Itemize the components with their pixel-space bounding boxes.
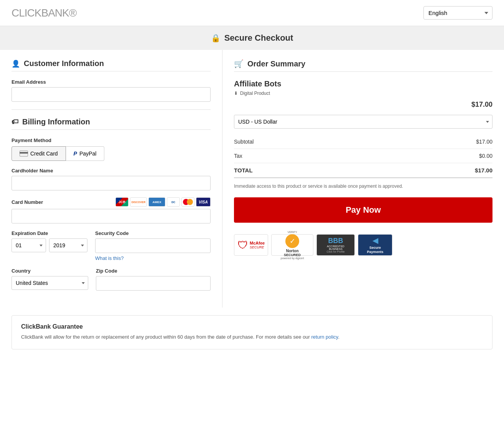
norton-secured-text: Norton: [286, 249, 299, 253]
product-type-label: Digital Product: [240, 91, 270, 96]
paypal-icon: P: [74, 151, 77, 157]
secure-pay-icon: ◀: [372, 236, 378, 245]
cardholder-name-input[interactable]: [12, 176, 211, 190]
zip-code-group: Zip Code: [96, 268, 211, 291]
tax-label: Tax: [234, 153, 242, 159]
guarantee-section: ClickBank Guarantee ClickBank will allow…: [12, 315, 492, 349]
subtotal-value: $17.00: [476, 139, 492, 145]
bbb-inner: BBB ACCREDITED BUSINESS Click for Profil…: [327, 237, 345, 253]
cart-icon: 🛒: [234, 59, 244, 68]
secure-payments-text: SecurePayments: [367, 246, 384, 254]
billing-section-title: Billing Information: [22, 117, 90, 126]
payment-method-label: Payment Method: [12, 137, 211, 143]
norton-checkmark-icon: ✓: [285, 234, 299, 248]
mcafee-badge: 🛡 McAfee SECURE: [234, 234, 268, 256]
guarantee-text-end: .: [338, 334, 339, 340]
card-number-label: Card Number: [12, 199, 43, 205]
logo-click: CLICK: [12, 7, 41, 19]
customer-section-title: Customer Information: [24, 59, 104, 68]
norton-inner: VERIFY ✓ Norton SECURED powered by digic…: [281, 231, 304, 260]
visa-icon: VISA: [196, 197, 211, 207]
subtotal-label: Subtotal: [234, 139, 254, 145]
mcafee-shield-icon: 🛡: [237, 239, 248, 251]
email-field-group: Email Address: [12, 79, 211, 102]
cardholder-name-label: Cardholder Name: [12, 168, 211, 174]
mcafee-bottom-text: SECURE: [250, 245, 265, 249]
payment-methods-container: Credit Card P PayPal: [12, 146, 211, 161]
country-label: Country: [12, 268, 88, 274]
credit-card-button[interactable]: Credit Card: [12, 146, 66, 161]
bbb-click-text: Click for Profile: [327, 250, 345, 253]
billing-section-header: 🏷 Billing Information: [12, 117, 211, 130]
card-number-input[interactable]: [12, 209, 211, 223]
expiration-label: Expiration Date: [12, 230, 87, 236]
norton-digicert-text: powered by digicert: [281, 257, 304, 260]
email-input[interactable]: [12, 87, 211, 102]
paypal-label: PayPal: [79, 151, 96, 157]
norton-secured-label: SECURED: [284, 253, 301, 257]
tax-value: $0.00: [479, 153, 492, 159]
security-code-group: Security Code What is this?: [95, 230, 211, 261]
main-content: 👤 Customer Information Email Address 🏷 B…: [0, 50, 504, 308]
clickbank-logo: CLICKBANK®: [12, 7, 76, 19]
guarantee-text: ClickBank will allow for the return or r…: [21, 333, 483, 341]
secure-banner-title: Secure Checkout: [224, 33, 293, 43]
return-policy-link[interactable]: return policy: [311, 334, 338, 340]
lock-icon: 🔒: [211, 33, 221, 43]
paypal-button[interactable]: P PayPal: [66, 146, 105, 161]
order-summary-header: 🛒 Order Summary: [234, 59, 492, 72]
logo-bank: BANK®: [41, 7, 76, 19]
cardholder-name-group: Cardholder Name: [12, 168, 211, 190]
mastercard-icon: [181, 197, 194, 207]
payment-method-group: Payment Method Credit Card P PayPal: [12, 137, 211, 161]
diners-icon: DC: [167, 197, 180, 207]
secure-pay-inner: ◀ SecurePayments: [367, 236, 384, 254]
expiry-selects: 01 02 03 04 05 06 07 08 09 10 11 12: [12, 238, 87, 252]
product-title: Affiliate Bots: [234, 79, 492, 88]
product-price: $17.00: [234, 101, 492, 109]
bbb-accredited-text: ACCREDITED: [327, 245, 344, 248]
section-divider: [12, 109, 211, 110]
header: CLICKBANK® English Spanish French: [0, 0, 504, 26]
right-column: 🛒 Order Summary Affiliate Bots ⬇ Digital…: [222, 50, 504, 308]
subtotal-row: Subtotal $17.00: [234, 135, 492, 149]
card-number-row: Card Number JCB DISCOVER AMEX DC: [12, 197, 211, 207]
billing-icon: 🏷: [12, 118, 18, 126]
what-is-this-link[interactable]: What is this?: [95, 255, 211, 261]
left-column: 👤 Customer Information Email Address 🏷 B…: [0, 50, 222, 308]
security-code-input[interactable]: [95, 238, 211, 253]
country-zip-row: Country United States Canada United King…: [12, 268, 211, 291]
expiry-year-select[interactable]: 2019 2020 2021 2022 2023 2024 2025: [49, 238, 87, 252]
total-label: TOTAL: [234, 167, 253, 174]
download-icon: ⬇: [234, 91, 238, 96]
zip-code-input[interactable]: [96, 276, 211, 291]
secure-payments-badge: ◀ SecurePayments: [358, 234, 392, 256]
language-select[interactable]: English Spanish French: [423, 6, 492, 20]
total-row: TOTAL $17.00: [234, 163, 492, 178]
expiry-security-row: Expiration Date 01 02 03 04 05 06 07 08 …: [12, 230, 211, 261]
credit-card-icon: [20, 151, 28, 157]
currency-select[interactable]: USD - US Dollar EUR - Euro GBP - British…: [234, 115, 492, 129]
country-select[interactable]: United States Canada United Kingdom Aust…: [12, 276, 88, 290]
security-code-label: Security Code: [95, 230, 211, 236]
expiry-group: Expiration Date 01 02 03 04 05 06 07 08 …: [12, 230, 87, 261]
email-label: Email Address: [12, 79, 211, 85]
pay-now-button[interactable]: Pay Now: [234, 197, 492, 223]
bbb-badge: BBB ACCREDITED BUSINESS Click for Profil…: [316, 234, 355, 256]
country-group: Country United States Canada United King…: [12, 268, 88, 291]
mcafee-text: McAfee SECURE: [250, 241, 265, 249]
guarantee-title: ClickBank Guarantee: [21, 323, 483, 330]
customer-section-header: 👤 Customer Information: [12, 59, 211, 71]
norton-badge: VERIFY ✓ Norton SECURED powered by digic…: [271, 234, 313, 256]
card-icons-container: JCB DISCOVER AMEX DC VISA: [115, 197, 211, 207]
card-number-group: Card Number JCB DISCOVER AMEX DC: [12, 197, 211, 223]
bbb-business-text: BUSINESS: [329, 248, 342, 250]
bbb-logo-text: BBB: [328, 237, 343, 245]
access-note: Immediate access to this product or serv…: [234, 183, 492, 190]
credit-card-label: Credit Card: [30, 151, 58, 157]
norton-verify-text: VERIFY: [287, 231, 297, 233]
expiry-month-select[interactable]: 01 02 03 04 05 06 07 08 09 10 11 12: [12, 238, 46, 252]
product-type-row: ⬇ Digital Product: [234, 91, 492, 96]
zip-label: Zip Code: [96, 268, 211, 274]
order-summary-title: Order Summary: [247, 60, 305, 68]
